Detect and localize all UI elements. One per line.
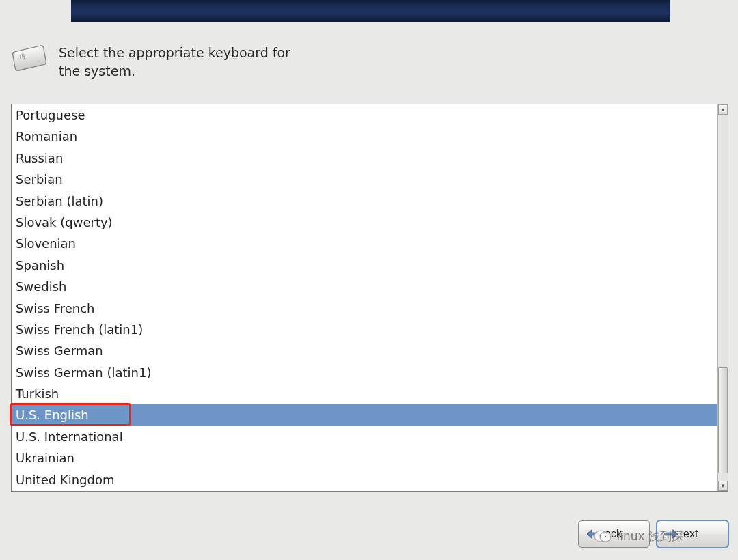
header: A Select the appropriate keyboard for th… — [12, 44, 291, 80]
list-item[interactable]: Ukrainian — [12, 447, 718, 468]
prompt-text: Select the appropriate keyboard for the … — [59, 44, 291, 80]
arrow-left-icon — [586, 528, 601, 540]
list-item[interactable]: Slovak (qwerty) — [12, 212, 718, 233]
list-item[interactable]: Spanish — [12, 255, 718, 276]
list-item[interactable]: U.S. International — [12, 426, 718, 447]
list-item[interactable]: Swiss German — [12, 340, 718, 361]
list-item[interactable]: Serbian (latin) — [12, 191, 718, 212]
keyboard-list-container: PortugueseRomanianRussianSerbianSerbian … — [11, 104, 728, 492]
footer-nav: ack ext — [578, 520, 728, 548]
back-label: ack — [605, 528, 622, 540]
scroll-track[interactable] — [718, 115, 728, 481]
installer-banner — [71, 0, 670, 22]
scroll-thumb[interactable] — [718, 367, 728, 473]
back-button[interactable]: ack — [578, 520, 650, 548]
list-item[interactable]: Turkish — [12, 383, 718, 404]
next-button[interactable]: ext — [657, 520, 728, 548]
arrow-right-icon — [664, 528, 679, 540]
list-item[interactable]: Portuguese — [12, 104, 718, 126]
list-item[interactable]: Swiss French — [12, 298, 718, 319]
keyboard-icon: A — [12, 44, 48, 72]
list-item[interactable]: Swiss French (latin1) — [12, 319, 718, 340]
vertical-scrollbar[interactable]: ▴ ▾ — [718, 104, 728, 491]
list-item[interactable]: Romanian — [12, 126, 718, 147]
list-item[interactable]: Swedish — [12, 276, 718, 297]
list-item[interactable]: United Kingdom — [12, 469, 718, 490]
list-item[interactable]: Serbian — [12, 169, 718, 190]
list-item[interactable]: Russian — [12, 148, 718, 169]
keyboard-listbox[interactable]: PortugueseRomanianRussianSerbianSerbian … — [12, 104, 718, 491]
scroll-up-button[interactable]: ▴ — [718, 104, 728, 115]
list-item[interactable]: Slovenian — [12, 233, 718, 254]
scroll-down-button[interactable]: ▾ — [718, 481, 728, 491]
next-label: ext — [683, 528, 698, 540]
list-item[interactable]: Swiss German (latin1) — [12, 362, 718, 383]
list-item[interactable]: U.S. English — [12, 404, 718, 425]
